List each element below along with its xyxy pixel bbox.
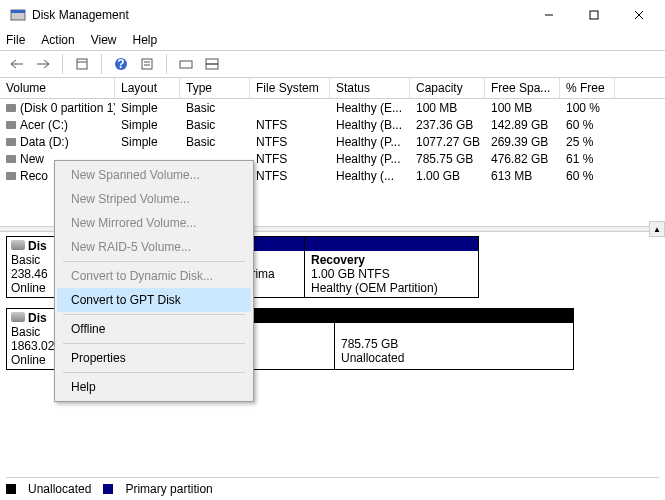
col-freespace[interactable]: Free Spa... [485,78,560,98]
volume-row[interactable]: Acer (C:) Simple Basic NTFS Healthy (B..… [0,116,665,133]
col-status[interactable]: Status [330,78,410,98]
close-button[interactable] [616,1,661,29]
volume-list-header: Volume Layout Type File System Status Ca… [0,78,665,99]
col-pctfree[interactable]: % Free [560,78,615,98]
menu-action[interactable]: Action [41,33,74,47]
window-title: Disk Management [32,8,526,22]
volume-row[interactable]: Data (D:) Simple Basic NTFS Healthy (P..… [0,133,665,150]
menu-view[interactable]: View [91,33,117,47]
toolbar-btn-1[interactable] [71,53,93,75]
volume-icon [6,104,16,112]
menu-properties[interactable]: Properties [57,346,251,370]
svg-text:?: ? [117,57,124,71]
toolbar-btn-3[interactable] [175,53,197,75]
disk-icon [11,312,25,322]
legend-swatch-primary [103,484,113,494]
menu-file[interactable]: File [6,33,25,47]
context-menu: New Spanned Volume... New Striped Volume… [54,160,254,402]
legend-label-unallocated: Unallocated [28,482,91,496]
legend-swatch-unallocated [6,484,16,494]
svg-rect-6 [77,59,87,69]
col-layout[interactable]: Layout [115,78,180,98]
menu-convert-gpt[interactable]: Convert to GPT Disk [57,288,251,312]
partition-box[interactable]: Recovery 1.00 GB NTFS Healthy (OEM Parti… [304,236,479,298]
scroll-up-icon[interactable]: ▲ [649,221,665,237]
maximize-button[interactable] [571,1,616,29]
svg-rect-13 [180,61,192,68]
col-volume[interactable]: Volume [0,78,115,98]
menu-offline[interactable]: Offline [57,317,251,341]
minimize-button[interactable] [526,1,571,29]
svg-rect-10 [142,59,152,69]
legend: Unallocated Primary partition [6,477,659,496]
menu-new-striped[interactable]: New Striped Volume... [57,187,251,211]
volume-icon [6,138,16,146]
svg-rect-14 [206,59,218,64]
back-button[interactable] [6,53,28,75]
legend-label-primary: Primary partition [125,482,212,496]
titlebar: Disk Management [0,0,665,30]
col-type[interactable]: Type [180,78,250,98]
help-button[interactable]: ? [110,53,132,75]
toolbar-btn-4[interactable] [201,53,223,75]
menu-new-spanned[interactable]: New Spanned Volume... [57,163,251,187]
menu-help[interactable]: Help [133,33,158,47]
disk-icon [11,240,25,250]
menu-help[interactable]: Help [57,375,251,399]
volume-icon [6,155,16,163]
menu-new-raid5[interactable]: New RAID-5 Volume... [57,235,251,259]
col-capacity[interactable]: Capacity [410,78,485,98]
volume-icon [6,172,16,180]
menu-convert-dynamic[interactable]: Convert to Dynamic Disk... [57,264,251,288]
menu-new-mirrored[interactable]: New Mirrored Volume... [57,211,251,235]
col-filesystem[interactable]: File System [250,78,330,98]
menubar: File Action View Help [0,30,665,50]
forward-button[interactable] [32,53,54,75]
volume-icon [6,121,16,129]
app-icon [10,7,26,23]
volume-row[interactable]: (Disk 0 partition 1) Simple Basic Health… [0,99,665,116]
svg-rect-3 [590,11,598,19]
svg-rect-1 [11,10,25,13]
toolbar: ? [0,50,665,78]
svg-rect-15 [206,64,218,69]
toolbar-btn-2[interactable] [136,53,158,75]
partition-box[interactable]: 785.75 GB Unallocated [334,308,574,370]
